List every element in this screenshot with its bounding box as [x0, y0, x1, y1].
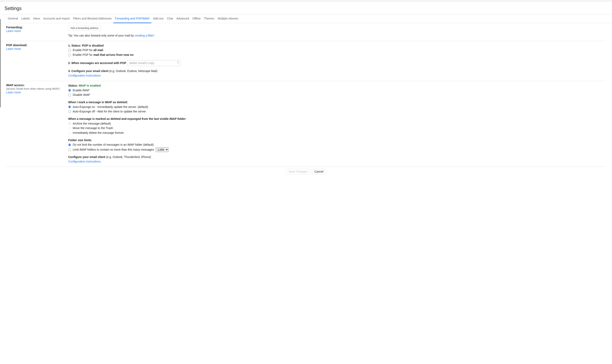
pop-enable-all-bold: all mail — [94, 48, 103, 52]
tab-themes[interactable]: Themes — [202, 14, 216, 23]
tab-general[interactable]: General — [6, 14, 20, 23]
forwarding-section: Forwarding: Learn more Add a forwarding … — [6, 23, 606, 41]
auto-expunge-on-label: Auto-Expunge on - Immediately update the… — [73, 105, 148, 109]
pop-status-prefix: 1. Status: — [68, 44, 82, 47]
scrollbar[interactable] — [0, 19, 1, 107]
pop-enable-all-radio[interactable] — [68, 49, 71, 52]
page-title: Settings — [4, 6, 612, 11]
imap-body: Status: IMAP is enabled Enable IMAP Disa… — [68, 83, 606, 164]
add-forwarding-address-button[interactable]: Add a forwarding address — [68, 26, 101, 31]
archive-message-label: Archive the message (default) — [73, 121, 111, 126]
no-limit-radio[interactable] — [68, 143, 71, 146]
imap-status-prefix: Status: — [68, 84, 79, 87]
settings-tabs: GeneralLabelsInboxAccounts and ImportFil… — [0, 14, 612, 23]
imap-disable-radio[interactable] — [68, 93, 71, 96]
pop-accessed-select: delete Gmail's copy — [127, 60, 180, 66]
limit-label: Limit IMAP folders to contain no more th… — [73, 147, 154, 152]
imap-configuration-instructions-link[interactable]: Configuration instructions — [68, 159, 606, 164]
folder-limit-select[interactable]: 1,000 — [156, 147, 169, 152]
forwarding-learn-more-link[interactable]: Learn more — [6, 29, 68, 33]
creating-filter-link[interactable]: creating a filter! — [135, 34, 154, 37]
delete-forever-radio — [68, 131, 71, 134]
imap-deleted-header: When I mark a message in IMAP as deleted… — [68, 100, 606, 105]
pop-enable-now-radio[interactable] — [68, 53, 71, 56]
forwarding-title: Forwarding: — [6, 26, 68, 29]
forwarding-tip-text: Tip: You can also forward only some of y… — [68, 34, 135, 37]
no-limit-label: Do not limit the number of messages in a… — [73, 143, 154, 147]
imap-disable-label: Disable IMAP — [73, 93, 90, 97]
save-changes-button: Save Changes — [286, 169, 310, 174]
tab-filters-and-blocked-addresses[interactable]: Filters and Blocked Addresses — [71, 14, 113, 23]
imap-status-value: IMAP is enabled — [79, 84, 101, 87]
pop-label-col: POP download: Learn more — [6, 43, 68, 78]
pop-title: POP download: — [6, 43, 68, 47]
tab-accounts-and-import[interactable]: Accounts and Import — [42, 14, 71, 23]
settings-content: Forwarding: Learn more Add a forwarding … — [0, 23, 612, 182]
pop-enable-all-prefix: Enable POP for — [73, 48, 94, 52]
imap-section: IMAP access: (access Gmail from other cl… — [6, 81, 606, 167]
auto-expunge-off-label: Auto-Expunge off - Wait for the client t… — [73, 109, 147, 114]
pop-configure-prefix: 3. Configure your email client — [68, 69, 109, 73]
imap-title: IMAP access: — [6, 83, 68, 87]
settings-header: Settings — [0, 2, 612, 14]
imap-learn-more-link[interactable]: Learn more — [6, 91, 68, 94]
forwarding-body: Add a forwarding address Tip: You can al… — [68, 26, 606, 38]
auto-expunge-off-radio[interactable] — [68, 110, 71, 113]
limit-radio[interactable] — [68, 148, 71, 151]
pop-learn-more-link[interactable]: Learn more — [6, 47, 68, 51]
imap-label-col: IMAP access: (access Gmail from other cl… — [6, 83, 68, 164]
archive-message-radio — [68, 122, 71, 125]
imap-enable-radio[interactable] — [68, 89, 71, 92]
footer-buttons: Save Changes Cancel — [6, 167, 606, 182]
pop-configuration-instructions-link[interactable]: Configuration instructions — [68, 73, 606, 78]
tab-multiple-inboxes[interactable]: Multiple inboxes — [216, 14, 240, 23]
imap-expunged-header: When a message is marked as deleted and … — [68, 117, 606, 121]
pop-enable-now-bold: mail that arrives from now on — [94, 53, 134, 56]
delete-forever-label: Immediately delete the message forever — [73, 131, 124, 135]
tab-add-ons[interactable]: Add-ons — [151, 14, 165, 23]
tab-forwarding-and-pop-imap[interactable]: Forwarding and POP/IMAP — [113, 14, 151, 23]
pop-status-value: POP is disabled — [82, 44, 104, 47]
top-bar — [0, 0, 612, 2]
auto-expunge-on-radio[interactable] — [68, 105, 71, 108]
tab-chat[interactable]: Chat — [165, 14, 175, 23]
tab-advanced[interactable]: Advanced — [175, 14, 191, 23]
folder-size-header: Folder size limits — [68, 138, 606, 143]
cancel-button[interactable]: Cancel — [312, 169, 326, 174]
forwarding-label-col: Forwarding: Learn more — [6, 26, 68, 38]
imap-enable-label: Enable IMAP — [73, 88, 90, 93]
move-trash-label: Move the message to the Trash — [73, 126, 113, 130]
imap-configure-prefix: Configure your email client — [68, 155, 106, 159]
pop-accessed-label: 2. When messages are accessed with POP — [68, 61, 126, 65]
pop-configure-suffix: (e.g. Outlook, Eudora, Netscape Mail) — [109, 69, 157, 73]
move-trash-radio — [68, 127, 71, 130]
pop-enable-now-prefix: Enable POP for — [73, 53, 94, 56]
imap-subtitle: (access Gmail from other clients using I… — [6, 87, 68, 90]
pop-body: 1. Status: POP is disabled Enable POP fo… — [68, 43, 606, 78]
tab-inbox[interactable]: Inbox — [31, 14, 42, 23]
imap-configure-suffix: (e.g. Outlook, Thunderbird, iPhone) — [106, 155, 151, 159]
pop-section: POP download: Learn more 1. Status: POP … — [6, 41, 606, 81]
tab-offline[interactable]: Offline — [191, 14, 202, 23]
tab-labels[interactable]: Labels — [20, 14, 31, 23]
